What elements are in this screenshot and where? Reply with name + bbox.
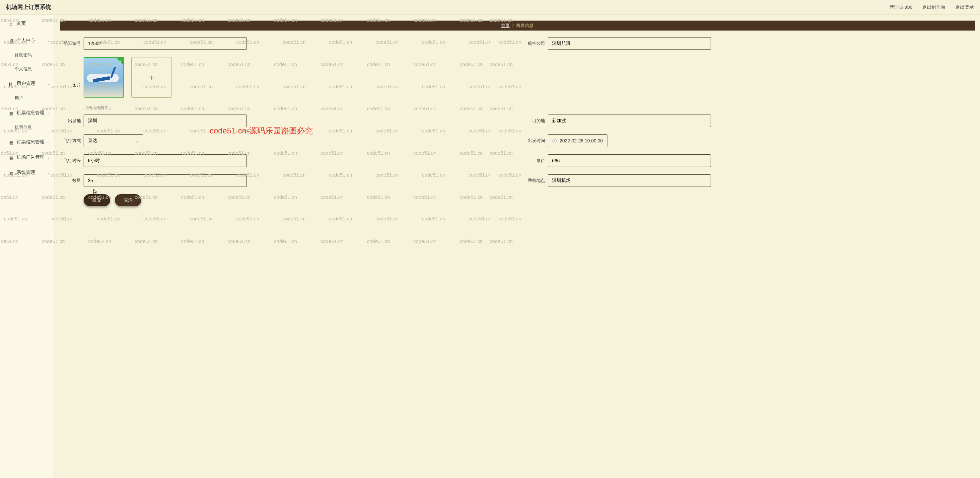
mode-label: 飞行方式 [60,138,81,144]
qty-label: 数量 [60,178,81,183]
app-title: 机场网上订票系统 [6,3,51,11]
sidebar-item-label: 用户管理 [17,81,35,87]
board-input[interactable] [548,174,711,187]
board-label: 乘机地点 [524,178,545,183]
sidebar-item-user-mgmt[interactable]: 用户管理 ⌄ [0,76,54,91]
depart-value: 2022-02-28 10:00:00 [560,138,603,143]
sidebar-item-label: 个人中心 [17,38,35,43]
chevron-down-icon: ⌄ [47,81,50,86]
sidebar-item-sys-mgmt[interactable]: 系统管理 ⌄ [0,165,54,180]
mode-select[interactable]: 直达 [84,134,143,147]
topbar-right: 管理员 abo 退出到前台 退出登录 [881,4,974,10]
sidebar-item-label: 机票信息管理 [17,110,45,116]
airline-input[interactable] [548,37,711,50]
chevron-down-icon [135,138,139,144]
price-input[interactable] [548,155,711,167]
plus-icon: ＋ [147,72,156,83]
clock-icon [552,138,557,143]
grid-icon [9,155,14,160]
divider [0,32,54,32]
flight-no-input[interactable] [84,37,247,50]
user-icon [9,38,14,43]
chevron-down-icon: ⌄ [47,38,50,43]
upload-hint[interactable]: 点击上传图片 [84,105,975,110]
mode-value: 直达 [88,138,97,144]
sidebar-item-booking-mgmt[interactable]: 订票信息管理 ⌄ [0,134,54,150]
image-label: 图片 [60,67,81,88]
sidebar-item-label: 订票信息管理 [17,139,45,145]
sidebar-item-profile[interactable]: 个人中心 ⌄ [0,33,54,48]
flight-no-label: 航班编号 [60,40,81,46]
sidebar-item-label: 机场广告管理 [17,155,45,160]
sidebar-item-label: 系统管理 [17,170,35,175]
duration-input[interactable] [84,155,247,167]
chevron-down-icon: ⌄ [47,155,50,160]
airline-label: 航空公司 [524,40,545,46]
depart-label: 出发时间 [524,138,545,144]
sidebar: 首页 个人中心 ⌄ 修改密码 个人信息 用户管理 ⌄ 用户 机票信息管理 ⌄ 机… [0,14,54,478]
chevron-down-icon: ⌄ [47,110,50,115]
sidebar-sub-change-pw[interactable]: 修改密码 [0,48,54,62]
breadcrumb-home[interactable]: 首页 [501,22,509,29]
breadcrumb: 首页 / 机票信息 [60,21,975,30]
origin-input[interactable] [84,115,247,127]
home-icon [9,21,14,26]
chevron-down-icon: ⌄ [47,140,50,144]
sidebar-sub-personal[interactable]: 个人信息 [0,62,54,76]
price-label: 票价 [524,158,545,164]
sidebar-sub-ticket-info[interactable]: 机票信息 [0,121,54,134]
admin-label[interactable]: 管理员 abo [889,4,912,10]
dest-label: 目的地 [524,118,545,124]
depart-datetime[interactable]: 2022-02-28 10:00:00 [548,134,608,147]
sidebar-item-ticket-mgmt[interactable]: 机票信息管理 ⌄ [0,105,54,121]
dest-input[interactable] [548,115,711,127]
front-link[interactable]: 退出到前台 [922,4,945,10]
sidebar-item-ad-mgmt[interactable]: 机场广告管理 ⌄ [0,150,54,165]
sidebar-sub-user[interactable]: 用户 [0,91,54,105]
sidebar-item-label: 首页 [17,21,26,27]
upload-image-button[interactable]: ＋ [131,57,172,97]
breadcrumb-current: 机票信息 [516,22,533,29]
logout-link[interactable]: 退出登录 [955,4,974,10]
origin-label: 出发地 [60,118,81,124]
sidebar-item-home[interactable]: 首页 [0,16,54,31]
breadcrumb-sep: / [512,23,514,28]
bars-icon [9,81,14,86]
uploaded-image-thumb[interactable]: ✓ [84,57,124,97]
grid-icon [9,110,14,115]
ticket-form: 航班编号 航空公司 图片 ✓ [54,30,980,213]
cancel-button[interactable]: 取消 [115,194,141,206]
main: 首页 / 机票信息 航班编号 航空公司 图片 [54,14,980,478]
submit-button[interactable]: 提交 [84,194,110,206]
check-icon: ✓ [116,58,123,65]
grid-icon [9,170,14,175]
qty-input[interactable] [84,174,247,187]
grid-icon [9,140,14,144]
duration-label: 飞行时长 [60,158,81,164]
chevron-down-icon: ⌄ [47,170,50,175]
topbar: 机场网上订票系统 管理员 abo 退出到前台 退出登录 [0,0,980,14]
